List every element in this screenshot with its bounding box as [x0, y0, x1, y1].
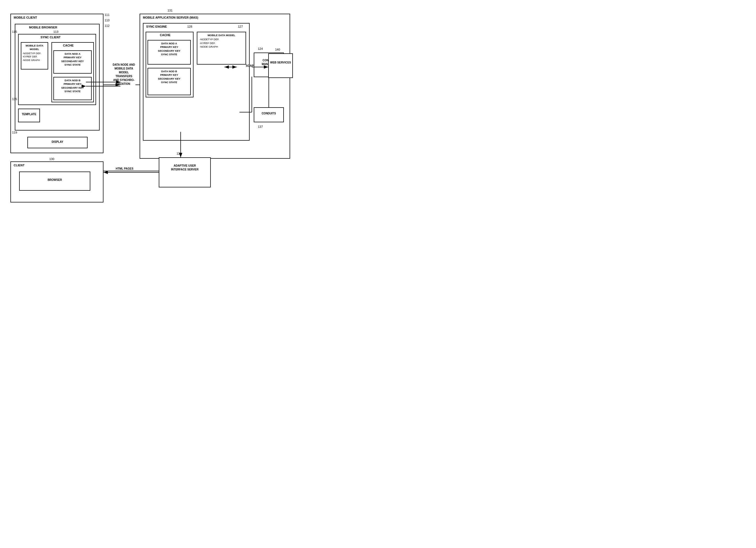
ref-110: 110 [105, 19, 109, 22]
soap-label: SOAP [246, 64, 253, 67]
mobile-client-label: MOBILE CLIENT [14, 16, 37, 19]
data-nod-b-server-label: DATA NOD BPRIMARY KEYSECONDARY KEYSYNC S… [148, 70, 190, 84]
ref-135: 135 [12, 97, 17, 101]
mobile-data-model-server-label: MOBILE DATA MODEL -NODETYP DEF.-KYREF DE… [197, 33, 246, 49]
mobile-browser-box: MOBILE BROWSER SYNC CLIENT MOBILE DATA M… [15, 24, 100, 131]
cache-client-label: CACHE [63, 44, 74, 47]
sync-client-label: SYNC CLIENT [41, 36, 60, 39]
ref-119: 119 [12, 131, 17, 134]
ref-111: 111 [105, 13, 109, 16]
ref-130: 130 [49, 157, 54, 161]
cache-server-box: CACHE DATA NOD APRIMARY KEYSECONDARY KEY… [146, 32, 194, 97]
mobile-data-model-label: MOBILE DATA MODEL -NODETYP DEF.-KYREF DE… [21, 44, 48, 62]
template-box: TEMPLATE [18, 109, 40, 122]
template-label: TEMPLATE [19, 113, 39, 116]
mobile-data-model-server-box: MOBILE DATA MODEL -NODETYP DEF.-KYREF DE… [197, 32, 246, 65]
sync-client-box: SYNC CLIENT MOBILE DATA MODEL -NODETYP D… [18, 34, 96, 105]
data-nod-a-client-box: DATA NOD APRIMARY KEYSECONDARY KEYSYNC S… [53, 50, 92, 74]
data-nod-b-client-label: DATA NOD BPRIMARY KEYSECONDARY KEYSYNC S… [54, 79, 91, 93]
display-label: DISPLAY [28, 140, 87, 144]
ref-131: 131 [168, 9, 172, 12]
web-services-label: WEB SERVICES [269, 61, 292, 65]
browser-label: BROWSER [20, 178, 90, 182]
ref-140: 140 [275, 48, 280, 51]
ref-112: 112 [105, 24, 109, 27]
ref-124: 124 [258, 47, 263, 50]
mas-box: MOBILE APPLICATION SERVER (MAS) 131 SYNC… [140, 14, 290, 159]
adaptive-ui-server-box: ADAPTIVE USERINTERFACE SERVER [159, 157, 211, 188]
ref-127: 127 [238, 25, 243, 28]
cache-client-box: CACHE DATA NOD APRIMARY KEYSECONDARY KEY… [51, 42, 94, 102]
display-box: DISPLAY [27, 137, 88, 148]
data-nod-b-client-box: DATA NOD BPRIMARY KEYSECONDARY KEYSYNC S… [53, 77, 92, 100]
adaptive-ui-server-label: ADAPTIVE USERINTERFACE SERVER [159, 164, 210, 172]
ref-115: 115 [12, 30, 17, 33]
conduits-box: CONDUITS [254, 107, 284, 122]
data-nod-a-client-label: DATA NOD APRIMARY KEYSECONDARY KEYSYNC S… [54, 52, 91, 67]
ref-126: 126 [177, 152, 181, 155]
html-pages-label: HTML PAGES [112, 167, 137, 171]
ref-113: 113 [53, 30, 58, 33]
sync-engine-label: SYNC ENGINE [146, 25, 167, 28]
data-nod-a-server-label: DATA NOD APRIMARY KEYSECONDARY KEYSYNC S… [148, 42, 190, 56]
mobile-browser-label: MOBILE BROWSER [29, 26, 57, 29]
mobile-data-model-box: MOBILE DATA MODEL -NODETYP DEF.-KYREF DE… [21, 42, 48, 70]
architecture-diagram: MOBILE CLIENT MOBILE BROWSER SYNC CLIENT… [5, 5, 296, 214]
browser-box: BROWSER [19, 172, 90, 191]
conduits-label: CONDUITS [254, 112, 283, 116]
ref-137: 137 [258, 125, 263, 128]
data-node-transfer-label: DATA NODE AND MOBILE DATA MODEL TRANSFER… [112, 63, 135, 86]
data-nod-a-server-box: DATA NOD APRIMARY KEYSECONDARY KEYSYNC S… [148, 40, 191, 65]
data-nod-b-server-box: DATA NOD BPRIMARY KEYSECONDARY KEYSYNC S… [148, 68, 191, 95]
client-label: CLIENT [14, 164, 25, 167]
cache-server-label: CACHE [160, 33, 171, 37]
mas-label: MOBILE APPLICATION SERVER (MAS) [143, 16, 198, 19]
web-services-box: WEB SERVICES [268, 53, 293, 78]
mobile-client-box: MOBILE CLIENT MOBILE BROWSER SYNC CLIENT… [10, 14, 103, 153]
sync-engine-box: SYNC ENGINE CACHE DATA NOD APRIMARY KEYS… [143, 23, 250, 141]
client-box: CLIENT BROWSER [10, 162, 103, 203]
ref-128: 128 [187, 25, 192, 28]
